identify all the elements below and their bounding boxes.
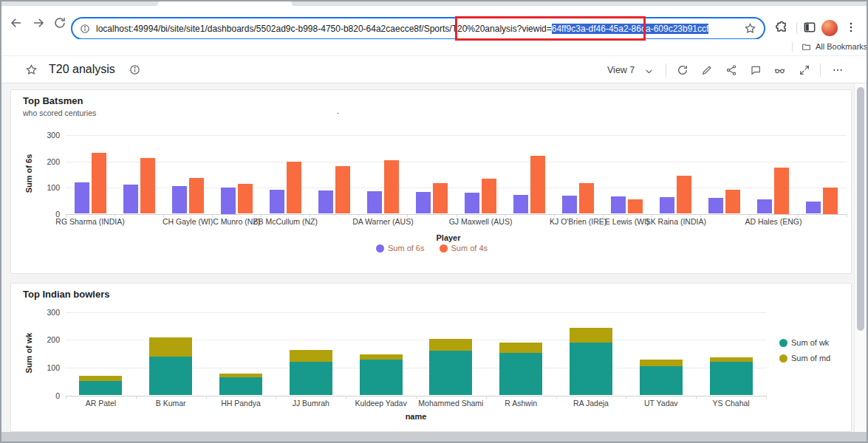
all-bookmarks-button[interactable]: All Bookmarks [816,42,867,51]
bar-sum-of-6s[interactable] [465,193,479,214]
active-tab[interactable] [157,0,293,6]
page-info-icon[interactable] [80,24,90,34]
bar-sum-of-4s[interactable] [238,184,253,213]
chevron-down-icon[interactable] [644,66,654,76]
legend-item-sum-of-md[interactable]: Sum of md [779,354,830,363]
bar-sum-of-4s[interactable] [140,158,155,214]
vertical-scrollbar[interactable] [854,83,866,432]
bar-sum-of-6s[interactable] [75,182,89,214]
bowlers-chart-plot: 0100200300AR PatelB KumarHH PandyaJJ Bum… [11,284,851,431]
comment-icon[interactable] [750,64,762,76]
x-category-label: AD Hales (ENG) [718,217,829,226]
bar-sum-of-4s[interactable] [482,179,496,213]
x-axis-tick [652,214,652,217]
legend-item-sum-of-6s[interactable]: Sum of 6s [376,244,425,253]
bar-sum-of-6s[interactable] [660,197,674,213]
bar-sum-of-4s[interactable] [189,178,204,214]
x-axis-tick [206,396,207,399]
header-divider-2 [820,63,821,77]
fullscreen-icon[interactable] [799,64,810,76]
x-axis-tick [66,396,66,399]
refresh-icon[interactable] [677,64,688,76]
top-batsmen-card: Top Batsmen who scored centuries . Sum o… [10,89,852,274]
bar-sum-of-6s[interactable] [318,190,333,214]
bar-sum-of-md[interactable] [219,374,262,377]
bar-sum-of-md[interactable] [570,328,612,343]
scrollbar-thumb[interactable] [857,87,864,331]
bar-sum-of-6s[interactable] [513,195,528,214]
x-axis-tick [346,396,346,399]
bar-sum-of-4s[interactable] [579,183,594,214]
top-indian-bowlers-card: Top Indian bowlers Sum of wk name 010020… [10,283,852,432]
bar-sum-of-4s[interactable] [92,153,106,213]
bar-sum-of-6s[interactable] [562,196,577,213]
bar-sum-of-md[interactable] [710,357,753,361]
view-selector[interactable]: View 7 [607,65,635,75]
x-category-label: GJ Maxwell (AUS) [426,217,536,226]
bar-sum-of-6s[interactable] [270,190,284,213]
extensions-icon[interactable] [774,20,789,35]
chrome-menu-icon[interactable] [844,20,858,35]
bar-sum-of-6s[interactable] [757,199,772,214]
x-axis-tick [115,214,115,217]
bar-sum-of-wk[interactable] [149,357,192,396]
x-category-label: SK Raina (INDIA) [621,217,731,226]
forward-icon[interactable] [32,16,45,30]
bar-sum-of-wk[interactable] [570,343,612,396]
bar-sum-of-4s[interactable] [433,183,448,213]
x-category-label: RG Sharma (INDIA) [35,217,146,226]
y-tick-label: 300 [35,308,60,317]
bar-sum-of-6s[interactable] [708,198,723,213]
bar-sum-of-md[interactable] [640,360,683,366]
bar-sum-of-6s[interactable] [221,188,236,214]
bar-sum-of-4s[interactable] [530,156,545,213]
bar-sum-of-md[interactable] [429,339,472,351]
legend-item-sum-of-wk[interactable]: Sum of wk [779,338,830,347]
bar-sum-of-wk[interactable] [640,366,683,396]
bar-sum-of-4s[interactable] [774,168,789,213]
bar-sum-of-6s[interactable] [806,202,821,214]
bar-sum-of-wk[interactable] [360,360,403,395]
bar-sum-of-4s[interactable] [628,199,643,214]
share-icon[interactable] [725,64,737,76]
more-options-icon[interactable] [832,64,844,76]
watch-view-glasses-icon[interactable] [773,64,787,76]
bar-sum-of-md[interactable] [149,337,192,357]
bookmark-star-icon[interactable] [744,22,756,35]
bar-sum-of-wk[interactable] [79,381,122,396]
address-bar[interactable]: localhost:49994/bi/site/site1/dashboards… [71,17,765,40]
x-axis-tick [603,214,604,217]
bar-sum-of-6s[interactable] [367,191,382,214]
info-icon[interactable] [129,64,140,75]
side-panel-icon[interactable] [802,20,817,35]
bar-sum-of-6s[interactable] [123,185,138,214]
x-axis-tick [163,214,164,217]
bar-sum-of-4s[interactable] [677,176,691,213]
back-icon[interactable] [10,16,23,30]
bar-sum-of-4s[interactable] [823,188,838,214]
bar-sum-of-md[interactable] [290,350,332,362]
url-prefix: localhost:49994/bi/site/site1/dashboards… [96,24,552,34]
url-text[interactable]: localhost:49994/bi/site/site1/dashboards… [96,24,708,34]
bar-sum-of-6s[interactable] [416,192,431,213]
bar-sum-of-md[interactable] [79,376,122,381]
bar-sum-of-4s[interactable] [725,190,740,214]
bar-sum-of-4s[interactable] [335,166,350,214]
bar-sum-of-4s[interactable] [287,162,301,214]
edit-icon[interactable] [701,64,713,76]
bar-sum-of-6s[interactable] [611,196,626,214]
bar-sum-of-wk[interactable] [710,362,753,396]
x-axis-tick [847,214,847,217]
bar-sum-of-wk[interactable] [429,351,472,395]
reload-icon[interactable] [53,16,66,30]
profile-avatar[interactable] [821,20,838,36]
bar-sum-of-wk[interactable] [499,353,542,395]
legend-item-sum-of-4s[interactable]: Sum of 4s [440,244,488,253]
bar-sum-of-6s[interactable] [172,186,187,213]
bar-sum-of-4s[interactable] [384,160,399,213]
bar-sum-of-wk[interactable] [219,377,262,395]
bar-sum-of-md[interactable] [499,343,542,353]
bar-sum-of-wk[interactable] [290,362,332,395]
favorite-star-icon[interactable] [25,63,38,76]
bar-sum-of-md[interactable] [360,354,403,360]
